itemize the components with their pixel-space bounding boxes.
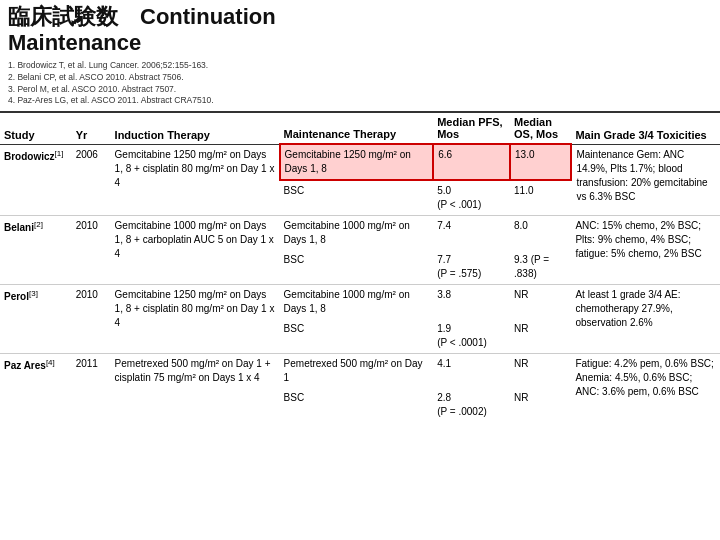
col-header-induction: Induction Therapy — [111, 112, 280, 144]
cell-tox: Maintenance Gem: ANC 14.9%, Plts 1.7%; b… — [571, 144, 720, 216]
cell-maintenance: Gemcitabine 1000 mg/m² on Days 1, 8 — [280, 216, 434, 251]
cell-os: NR — [510, 354, 571, 389]
cell-os: 9.3 (P = .838) — [510, 250, 571, 285]
cell-year: 2010 — [72, 216, 111, 285]
cell-study: Perol[3] — [0, 285, 72, 354]
col-header-tox: Main Grade 3/4 Toxicities — [571, 112, 720, 144]
col-header-os: Median OS, Mos — [510, 112, 571, 144]
reference-item: 3. Perol M, et al. ASCO 2010. Abstract 7… — [8, 84, 712, 96]
cell-tox: ANC: 15% chemo, 2% BSC; Plts: 9% chemo, … — [571, 216, 720, 285]
cell-os: NR — [510, 285, 571, 320]
cell-pfs: 3.8 — [433, 285, 510, 320]
cell-maintenance: BSC — [280, 388, 434, 422]
table-row: Brodowicz[1]2006Gemcitabine 1250 mg/m² o… — [0, 144, 720, 180]
cell-pfs: 4.1 — [433, 354, 510, 389]
cell-induction: Gemcitabine 1000 mg/m² on Days 1, 8 + ca… — [111, 216, 280, 285]
cell-induction: Pemetrexed 500 mg/m² on Day 1 + cisplati… — [111, 354, 280, 423]
cell-maintenance: Gemcitabine 1000 mg/m² on Days 1, 8 — [280, 285, 434, 320]
table-row: Paz Ares[4]2011Pemetrexed 500 mg/m² on D… — [0, 354, 720, 389]
cell-pfs: 6.6 — [433, 144, 510, 180]
cell-pfs: 7.7 (P = .575) — [433, 250, 510, 285]
cell-pfs: 5.0 (P < .001) — [433, 180, 510, 216]
data-table: Study Yr Induction Therapy Maintenance T… — [0, 111, 720, 422]
cell-pfs: 7.4 — [433, 216, 510, 251]
cell-maintenance: BSC — [280, 180, 434, 216]
col-header-pfs: Median PFS, Mos — [433, 112, 510, 144]
cell-maintenance: BSC — [280, 319, 434, 354]
cell-maintenance: Pemetrexed 500 mg/m² on Day 1 — [280, 354, 434, 389]
cell-os: NR — [510, 388, 571, 422]
col-header-maintenance: Maintenance Therapy — [280, 112, 434, 144]
cell-tox: Fatigue: 4.2% pem, 0.6% BSC; Anemia: 4.5… — [571, 354, 720, 423]
reference-item: 1. Brodowicz T, et al. Lung Cancer. 2006… — [8, 60, 712, 72]
cell-tox: At least 1 grade 3/4 AE: chemotherapy 27… — [571, 285, 720, 354]
cell-year: 2011 — [72, 354, 111, 423]
table-row: Perol[3]2010Gemcitabine 1250 mg/m² on Da… — [0, 285, 720, 320]
cell-induction: Gemcitabine 1250 mg/m² on Days 1, 8 + ci… — [111, 144, 280, 216]
cell-maintenance: Gemcitabine 1250 mg/m² on Days 1, 8 — [280, 144, 434, 180]
cell-study: Paz Ares[4] — [0, 354, 72, 423]
header: 臨床試験数 Continuation Maintenance 1. Brodow… — [0, 0, 720, 109]
cell-pfs: 2.8 (P = .0002) — [433, 388, 510, 422]
col-header-yr: Yr — [72, 112, 111, 144]
cell-pfs: 1.9 (P < .0001) — [433, 319, 510, 354]
cell-year: 2006 — [72, 144, 111, 216]
cell-os: 11.0 — [510, 180, 571, 216]
cell-maintenance: BSC — [280, 250, 434, 285]
table-row: Belani[2]2010Gemcitabine 1000 mg/m² on D… — [0, 216, 720, 251]
cell-os: 13.0 — [510, 144, 571, 180]
col-header-study: Study — [0, 112, 72, 144]
cell-induction: Gemcitabine 1250 mg/m² on Days 1, 8 + ci… — [111, 285, 280, 354]
references: 1. Brodowicz T, et al. Lung Cancer. 2006… — [8, 60, 712, 108]
cell-os: 8.0 — [510, 216, 571, 251]
cell-os: NR — [510, 319, 571, 354]
reference-item: 2. Belani CP, et al. ASCO 2010. Abstract… — [8, 72, 712, 84]
cell-study: Brodowicz[1] — [0, 144, 72, 216]
cell-study: Belani[2] — [0, 216, 72, 285]
page-title: 臨床試験数 Continuation Maintenance — [8, 4, 712, 57]
reference-item: 4. Paz-Ares LG, et al. ASCO 2011. Abstra… — [8, 95, 712, 107]
cell-year: 2010 — [72, 285, 111, 354]
